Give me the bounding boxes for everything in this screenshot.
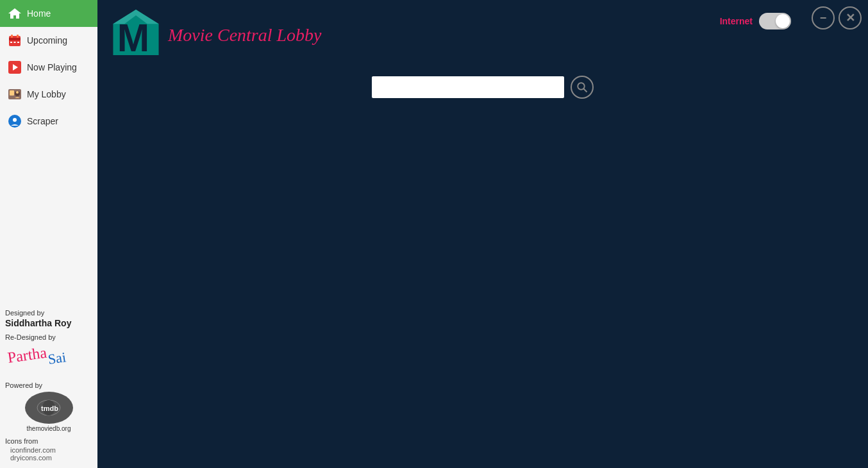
home-icon [8, 6, 22, 21]
sidebar: Home Upcoming Now Playing [0, 0, 97, 468]
search-input[interactable] [372, 76, 564, 98]
internet-toggle[interactable] [759, 13, 791, 29]
svg-rect-11 [10, 90, 14, 96]
search-area [372, 76, 594, 99]
svg-text:tmdb: tmdb [41, 405, 58, 412]
app-logo: M [110, 6, 162, 64]
svg-marker-0 [8, 8, 21, 19]
tmdb-logo: tmdb themoviedb.org [5, 392, 92, 432]
minimize-button[interactable]: − [812, 6, 835, 29]
svg-rect-6 [14, 42, 16, 43]
icon-source-1: iconfinder.com [10, 446, 92, 454]
svg-rect-5 [10, 42, 12, 43]
mylobby-icon [8, 87, 22, 101]
internet-label: Internet [720, 16, 753, 26]
logo-area: M Movie Central Lobby [110, 6, 322, 64]
window-controls: − ✕ [812, 6, 862, 29]
app-title: Movie Central Lobby [168, 25, 322, 46]
search-button[interactable] [571, 76, 594, 99]
svg-text:Partha: Partha [6, 344, 48, 365]
main-content: M Movie Central Lobby Internet − ✕ [97, 0, 868, 468]
svg-point-13 [16, 91, 19, 94]
sidebar-item-scraper[interactable]: Scraper [0, 108, 97, 135]
designed-by-label: Designed by [5, 309, 92, 317]
svg-rect-2 [9, 38, 21, 40]
icon-source-2: dryicons.com [10, 454, 92, 462]
close-button[interactable]: ✕ [839, 6, 862, 29]
designer-name: Siddhartha Roy [5, 318, 92, 328]
svg-rect-7 [17, 42, 19, 43]
sidebar-item-upcoming[interactable]: Upcoming [0, 27, 97, 54]
svg-line-25 [583, 88, 587, 92]
header: M Movie Central Lobby Internet − ✕ [97, 0, 868, 71]
tmdb-url: themoviedb.org [27, 425, 71, 432]
sidebar-item-nowplaying-label: Now Playing [27, 62, 77, 72]
sidebar-item-upcoming-label: Upcoming [27, 35, 67, 46]
signature: Partha Sai [5, 344, 92, 376]
sidebar-item-home[interactable]: Home [0, 0, 97, 27]
scraper-icon [8, 114, 22, 128]
sidebar-footer: Designed by Siddhartha Roy Re-Designed b… [0, 303, 97, 468]
sidebar-item-mylobby[interactable]: My Lobby [0, 81, 97, 108]
svg-point-15 [13, 118, 17, 122]
nowplaying-icon [8, 60, 22, 74]
sidebar-item-scraper-label: Scraper [27, 116, 58, 126]
search-icon [576, 81, 588, 93]
powered-by-label: Powered by [5, 381, 92, 389]
icons-from-label: Icons from [5, 437, 92, 445]
svg-rect-4 [17, 35, 19, 38]
redesigned-by-label: Re-Designed by [5, 333, 92, 341]
svg-text:Sai: Sai [47, 349, 67, 367]
svg-point-24 [578, 83, 585, 90]
svg-rect-1 [9, 36, 21, 46]
sidebar-item-nowplaying[interactable]: Now Playing [0, 54, 97, 81]
sidebar-item-home-label: Home [27, 8, 51, 19]
upcoming-icon [8, 33, 22, 47]
internet-toggle-area: Internet [720, 13, 791, 29]
svg-rect-3 [11, 35, 13, 38]
sidebar-item-mylobby-label: My Lobby [27, 89, 66, 99]
